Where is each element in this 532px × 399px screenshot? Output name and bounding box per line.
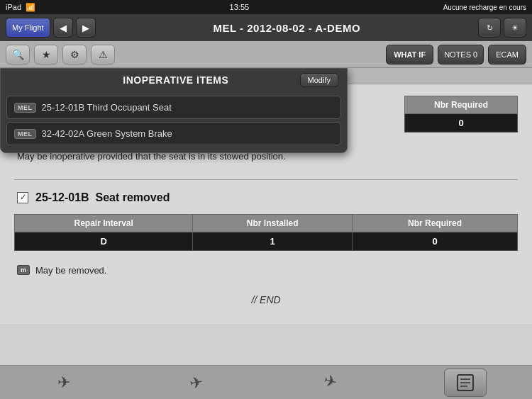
section-b-name: Seat removed [96, 191, 170, 203]
tab-approach[interactable]: ✈ [311, 369, 354, 397]
val-nbr-required-a: 0 [405, 114, 518, 133]
col-header-nbr-required: Nbr Required [405, 96, 518, 114]
end-text: // END [14, 283, 518, 317]
mel-list-icon [455, 373, 476, 392]
nav-left-controls: My Flight ◀ ▶ [6, 18, 96, 38]
main-content: 12-01 Third Occupant Seat Nbr Required 0… [0, 68, 532, 365]
status-time: 13:55 [230, 3, 250, 11]
tab-departure[interactable]: ✈ [45, 369, 88, 397]
m-badge: m [17, 265, 30, 275]
favorites-button[interactable]: ★ [34, 45, 58, 64]
condition-text-b: May be removed. [35, 264, 106, 278]
nav-bar: My Flight ◀ ▶ MEL - 2012-08-02 - A-DEMO … [0, 14, 532, 41]
val-nbr-required-b: 0 [353, 232, 518, 250]
gear-button[interactable]: ⚙ [62, 45, 87, 64]
whatif-button[interactable]: WHAT IF [386, 45, 433, 64]
section-b-header: ✓ 25-12-01B Seat removed [14, 186, 518, 210]
nav-title: MEL - 2012-08-02 - A-DEMO [214, 22, 361, 34]
inop-item-text-1: 32-42-02A Green System Brake [42, 128, 172, 139]
gear-icon: ⚙ [70, 49, 79, 60]
inop-item-0[interactable]: MEL 25-12-01B Third Occupant Seat [6, 96, 341, 119]
condition-block-b: m May be removed. [14, 258, 518, 283]
enroute-icon: ✈ [189, 373, 210, 392]
search-button[interactable]: 🔍 [6, 45, 30, 64]
col-nbr-installed: Nbr Installed [193, 214, 353, 232]
svg-text:✈: ✈ [57, 373, 70, 391]
back-button[interactable]: ◀ [53, 18, 73, 38]
inop-items-list: MEL 25-12-01B Third Occupant Seat MEL 32… [1, 91, 347, 152]
tab-enroute[interactable]: ✈ [178, 369, 221, 397]
right-action-buttons: WHAT IF NOTES 0 ECAM [386, 45, 526, 64]
repair-table-b: Repair Interval Nbr Installed Nbr Requir… [14, 214, 518, 251]
svg-text:✈: ✈ [322, 373, 338, 392]
col-repair-interval: Repair Interval [15, 214, 193, 232]
mel-badge-1: MEL [14, 129, 36, 139]
device-label: iPad [6, 3, 21, 11]
val-repair-interval: D [15, 232, 193, 250]
forward-button[interactable]: ▶ [76, 18, 96, 38]
nav-right-controls: ↻ ☀ [478, 18, 526, 38]
tab-mel-list[interactable] [444, 369, 487, 397]
val-nbr-installed: 1 [193, 232, 353, 250]
approach-icon: ✈ [322, 373, 343, 392]
notes-button[interactable]: NOTES 0 [438, 45, 484, 64]
my-flight-button[interactable]: My Flight [6, 18, 50, 38]
search-icon: 🔍 [12, 49, 24, 60]
section-b-title: 25-12-01B Seat removed [35, 191, 170, 204]
section-b-id: 25-12-01B [35, 191, 89, 203]
bottom-tab-bar: ✈ ✈ ✈ [0, 365, 532, 399]
divider-1 [14, 179, 518, 180]
status-right-text: Aucune recharge en cours [443, 4, 526, 11]
mel-badge-0: MEL [14, 103, 36, 113]
inop-header: INOPERATIVE ITEMS Modify [1, 69, 347, 91]
settings-button[interactable]: ☀ [504, 18, 526, 38]
icon-toolbar: 🔍 ★ ⚙ ⚠ [6, 45, 115, 64]
inop-title: INOPERATIVE ITEMS [52, 74, 300, 86]
svg-text:✈: ✈ [189, 373, 204, 392]
ecam-button[interactable]: ECAM [488, 45, 526, 64]
alert-icon: ⚠ [99, 49, 108, 60]
status-left: iPad 📶 [6, 3, 35, 12]
wifi-icon: 📶 [26, 3, 35, 12]
inop-panel: INOPERATIVE ITEMS Modify MEL 25-12-01B T… [0, 68, 348, 153]
departure-icon: ✈ [56, 373, 77, 392]
toolbar-row: 🔍 ★ ⚙ ⚠ WHAT IF NOTES 0 ECAM [0, 41, 532, 68]
inop-item-text-0: 25-12-01B Third Occupant Seat [42, 102, 172, 113]
nbr-required-table-a: Nbr Required 0 [404, 96, 518, 133]
alert-button[interactable]: ⚠ [91, 45, 115, 64]
modify-button[interactable]: Modify [300, 73, 338, 87]
status-bar: iPad 📶 13:55 Aucune recharge en cours [0, 0, 532, 14]
inop-item-1[interactable]: MEL 32-42-02A Green System Brake [6, 122, 341, 145]
col-nbr-required-b: Nbr Required [353, 214, 518, 232]
checkbox-b[interactable]: ✓ [17, 192, 28, 203]
refresh-button[interactable]: ↻ [478, 18, 501, 38]
star-icon: ★ [42, 49, 51, 60]
